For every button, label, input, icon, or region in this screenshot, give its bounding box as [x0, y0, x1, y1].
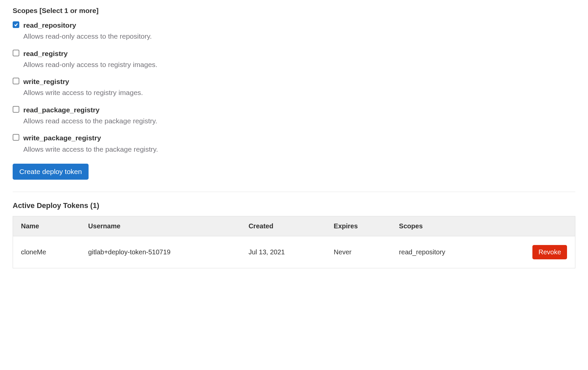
column-header-actions — [492, 216, 575, 236]
active-deploy-tokens-heading: Active Deploy Tokens (1) — [13, 201, 575, 210]
column-header-expires: Expires — [326, 216, 391, 236]
revoke-button[interactable]: Revoke — [532, 245, 567, 259]
table-row: cloneMe gitlab+deploy-token-510719 Jul 1… — [13, 236, 575, 268]
column-header-created: Created — [240, 216, 326, 236]
checkbox-read-package-registry[interactable] — [13, 106, 19, 113]
checkbox-read-repository[interactable] — [13, 21, 19, 28]
table-header-row: Name Username Created Expires Scopes — [13, 216, 575, 236]
scope-item-read-package-registry: read_package_registry Allows read access… — [13, 105, 575, 126]
scopes-heading: Scopes [Select 1 or more] — [13, 7, 575, 15]
checkbox-write-registry[interactable] — [13, 78, 19, 84]
scope-label: read_repository — [23, 21, 152, 30]
scope-item-write-package-registry: write_package_registry Allows write acce… — [13, 133, 575, 154]
deploy-tokens-table: Name Username Created Expires Scopes clo… — [13, 216, 575, 268]
scope-label: read_registry — [23, 49, 157, 58]
column-header-name: Name — [13, 216, 80, 236]
cell-expires: Never — [326, 236, 391, 268]
divider — [13, 192, 575, 192]
cell-name: cloneMe — [13, 236, 80, 268]
checkbox-write-package-registry[interactable] — [13, 134, 19, 141]
scope-label: write_package_registry — [23, 133, 158, 142]
scope-description: Allows read-only access to the repositor… — [23, 32, 152, 41]
scope-item-read-repository: read_repository Allows read-only access … — [13, 21, 575, 41]
column-header-scopes: Scopes — [391, 216, 492, 236]
scope-description: Allows write access to registry images. — [23, 88, 143, 97]
cell-scopes: read_repository — [391, 236, 492, 268]
scope-label: write_registry — [23, 77, 143, 86]
scope-description: Allows write access to the package regis… — [23, 145, 158, 154]
scope-item-write-registry: write_registry Allows write access to re… — [13, 77, 575, 97]
cell-created: Jul 13, 2021 — [240, 236, 326, 268]
scope-item-read-registry: read_registry Allows read-only access to… — [13, 49, 575, 69]
check-icon — [14, 22, 18, 27]
checkbox-read-registry[interactable] — [13, 50, 19, 56]
cell-actions: Revoke — [492, 236, 575, 268]
create-deploy-token-button[interactable]: Create deploy token — [13, 164, 89, 180]
scope-description: Allows read-only access to registry imag… — [23, 60, 157, 69]
scope-description: Allows read access to the package regist… — [23, 116, 157, 125]
scope-label: read_package_registry — [23, 105, 157, 114]
cell-username: gitlab+deploy-token-510719 — [80, 236, 241, 268]
column-header-username: Username — [80, 216, 241, 236]
